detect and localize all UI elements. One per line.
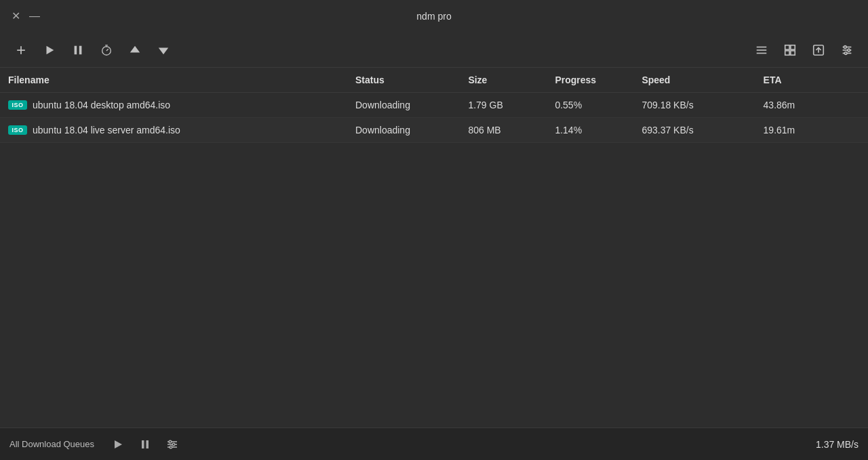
app-title: ndm pro [416,11,451,22]
cell-speed: 693.37 KB/s [633,118,755,143]
statusbar-pause-icon [140,439,151,450]
svg-point-31 [172,443,175,446]
cell-speed: 709.18 KB/s [633,93,755,118]
statusbar-sliders-icon [166,438,178,451]
svg-rect-14 [785,50,789,54]
move-up-button[interactable] [123,39,146,62]
status-bar: All Download Queues 1.37 MB/s [0,427,868,460]
svg-point-23 [844,51,847,54]
grid-view-button[interactable] [778,39,802,62]
svg-rect-25 [142,440,144,448]
cell-progress: 1.14% [547,118,633,143]
table-row[interactable]: ISO ubuntu 18.04 live server amd64.iso D… [0,118,868,143]
title-bar: ✕ — ndm pro [0,0,868,33]
pause-icon [72,44,84,56]
cell-status: Downloading [347,93,460,118]
header-size: Size [460,68,547,93]
pause-button[interactable] [66,39,90,62]
svg-marker-24 [115,440,122,448]
play-button[interactable] [38,39,61,62]
cell-size: 806 MB [460,118,547,143]
add-button[interactable]: + [9,39,33,62]
export-icon [812,43,825,57]
cell-filename: ISO ubuntu 18.04 desktop amd64.iso [0,93,347,118]
svg-point-30 [169,440,172,443]
statusbar-play-button[interactable] [108,434,128,455]
cell-eta: 19.61m [755,118,868,143]
queue-label: All Download Queues [9,439,94,449]
table-header-row: Filename Status Size Progress Speed ETA [0,68,868,93]
svg-marker-0 [47,45,54,54]
cell-size: 1.79 GB [460,93,547,118]
export-button[interactable] [807,39,830,62]
iso-badge: ISO [8,125,27,135]
svg-rect-15 [791,50,795,54]
cell-filename: ISO ubuntu 18.04 live server amd64.iso [0,118,347,143]
iso-badge: ISO [8,100,27,110]
sliders-icon [840,43,854,57]
cell-status: Downloading [347,118,460,143]
svg-point-32 [170,446,172,448]
download-table-container: Filename Status Size Progress Speed ETA … [0,68,868,427]
minimize-button[interactable]: — [28,10,41,22]
settings-button[interactable] [835,39,859,62]
header-progress: Progress [547,68,633,93]
timer-icon [100,44,113,56]
svg-marker-7 [130,45,140,52]
download-table: Filename Status Size Progress Speed ETA … [0,68,868,143]
toolbar-right [750,39,859,62]
statusbar-settings-button[interactable] [162,434,182,455]
header-filename: Filename [0,68,347,93]
header-speed: Speed [633,68,755,93]
timer-button[interactable] [95,39,118,62]
close-button[interactable]: ✕ [9,10,22,22]
svg-line-5 [106,49,108,51]
status-bar-left: All Download Queues [9,434,816,455]
grid-view-icon [783,43,797,57]
toolbar-left: + [9,39,750,62]
statusbar-play-icon [113,439,123,450]
svg-marker-8 [159,47,168,54]
arrow-down-icon [157,44,170,56]
cell-eta: 43.86m [755,93,868,118]
svg-rect-12 [785,45,789,49]
header-status: Status [347,68,460,93]
move-down-button[interactable] [152,39,175,62]
svg-point-22 [848,49,850,51]
cell-progress: 0.55% [547,93,633,118]
list-view-icon [755,43,768,57]
total-speed: 1.37 MB/s [816,439,859,450]
svg-rect-26 [146,440,149,448]
statusbar-pause-button[interactable] [135,434,155,455]
filename-text: ubuntu 18.04 desktop amd64.iso [33,100,170,110]
table-row[interactable]: ISO ubuntu 18.04 desktop amd64.iso Downl… [0,93,868,118]
svg-rect-1 [75,45,77,54]
svg-point-21 [844,45,846,48]
header-eta: ETA [755,68,868,93]
arrow-up-icon [129,44,141,56]
toolbar: + [0,33,868,68]
filename-text: ubuntu 18.04 live server amd64.iso [33,125,180,135]
svg-rect-2 [79,45,82,54]
play-icon [43,44,56,56]
window-controls: ✕ — [9,10,41,22]
list-view-button[interactable] [750,39,773,62]
svg-rect-13 [791,45,795,49]
